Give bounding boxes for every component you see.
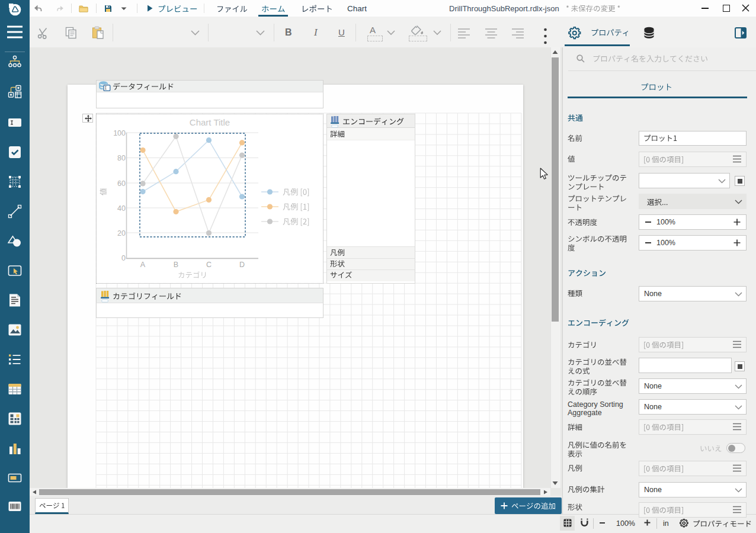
- svg-text:0: 0: [121, 254, 126, 262]
- svg-text:D: D: [239, 261, 245, 269]
- svg-text:80: 80: [117, 154, 126, 162]
- svg-text:A: A: [140, 261, 146, 269]
- svg-text:40: 40: [117, 204, 126, 213]
- svg-text:C: C: [206, 261, 212, 269]
- svg-text:100: 100: [113, 129, 126, 137]
- svg-text:B: B: [174, 261, 178, 269]
- svg-text:60: 60: [117, 179, 126, 188]
- svg-text:20: 20: [117, 229, 126, 237]
- svg-text:Chart Title: Chart Title: [190, 117, 230, 127]
